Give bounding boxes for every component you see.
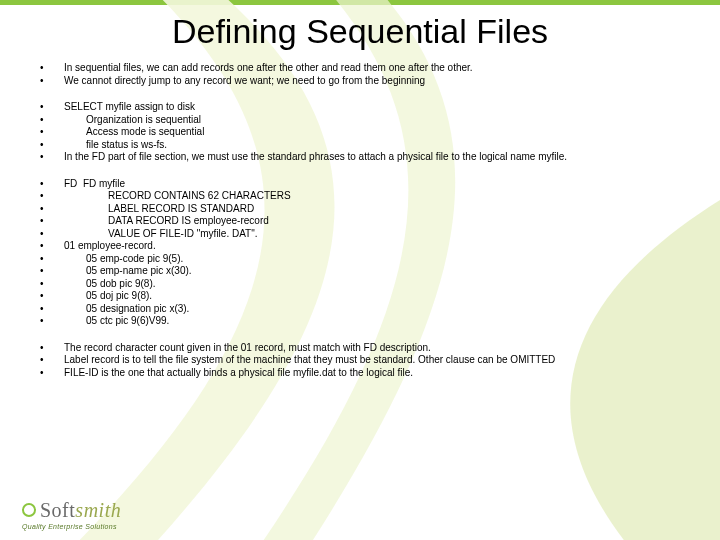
bullet-text: 05 ctc pic 9(6)V99.	[64, 315, 690, 328]
bullet-line: •Organization is sequential	[38, 114, 690, 127]
top-accent-bar	[0, 0, 720, 5]
bullet-line: •FD FD myfile	[38, 178, 690, 191]
bullet-line: •file status is ws-fs.	[38, 139, 690, 152]
bullet-line: •In the FD part of file section, we must…	[38, 151, 690, 164]
bullet-glyph: •	[38, 290, 64, 303]
logo-part-a: Soft	[40, 499, 75, 521]
bullet-glyph: •	[38, 253, 64, 266]
bullet-line: •Label record is to tell the file system…	[38, 354, 690, 367]
bullet-glyph: •	[38, 62, 64, 75]
bullet-line: •We cannot directly jump to any record w…	[38, 75, 690, 88]
bullet-text: We cannot directly jump to any record we…	[64, 75, 690, 88]
bullet-glyph: •	[38, 342, 64, 355]
bullet-text: FD FD myfile	[64, 178, 690, 191]
bullet-text: LABEL RECORD IS STANDARD	[64, 203, 690, 216]
bullet-line: •05 emp-name pic x(30).	[38, 265, 690, 278]
bullet-glyph: •	[38, 101, 64, 114]
slide-body: •In sequential files, we can add records…	[38, 62, 690, 393]
bullet-group: •In sequential files, we can add records…	[38, 62, 690, 87]
bullet-line: •SELECT myfile assign to disk	[38, 101, 690, 114]
logo-tagline: Quality Enterprise Solutions	[22, 523, 121, 530]
bullet-glyph: •	[38, 367, 64, 380]
bullet-glyph: •	[38, 126, 64, 139]
bullet-text: RECORD CONTAINS 62 CHARACTERS	[64, 190, 690, 203]
bullet-glyph: •	[38, 278, 64, 291]
bullet-text: Access mode is sequential	[64, 126, 690, 139]
bullet-line: •FILE-ID is the one that actually binds …	[38, 367, 690, 380]
bullet-glyph: •	[38, 139, 64, 152]
bullet-line: •DATA RECORD IS employee-record	[38, 215, 690, 228]
bullet-line: •RECORD CONTAINS 62 CHARACTERS	[38, 190, 690, 203]
logo-part-b: smith	[75, 499, 121, 521]
bullet-text: In the FD part of file section, we must …	[64, 151, 690, 164]
footer-logo: Softsmith Quality Enterprise Solutions	[22, 499, 121, 530]
bullet-line: •05 emp-code pic 9(5).	[38, 253, 690, 266]
logo-circle-icon	[22, 503, 36, 517]
bullet-glyph: •	[38, 228, 64, 241]
bullet-glyph: •	[38, 354, 64, 367]
bullet-glyph: •	[38, 151, 64, 164]
bullet-line: •VALUE OF FILE-ID "myfile. DAT".	[38, 228, 690, 241]
bullet-line: •05 doj pic 9(8).	[38, 290, 690, 303]
bullet-text: 05 emp-code pic 9(5).	[64, 253, 690, 266]
bullet-line: •05 ctc pic 9(6)V99.	[38, 315, 690, 328]
bullet-text: SELECT myfile assign to disk	[64, 101, 690, 114]
bullet-glyph: •	[38, 114, 64, 127]
bullet-line: •The record character count given in the…	[38, 342, 690, 355]
bullet-text: 05 dob pic 9(8).	[64, 278, 690, 291]
bullet-glyph: •	[38, 265, 64, 278]
bullet-text: VALUE OF FILE-ID "myfile. DAT".	[64, 228, 690, 241]
slide: Defining Sequential Files •In sequential…	[0, 0, 720, 540]
bullet-glyph: •	[38, 315, 64, 328]
bullet-line: •05 dob pic 9(8).	[38, 278, 690, 291]
bullet-text: Label record is to tell the file system …	[64, 354, 690, 367]
bullet-text: file status is ws-fs.	[64, 139, 690, 152]
bullet-line: •Access mode is sequential	[38, 126, 690, 139]
bullet-text: FILE-ID is the one that actually binds a…	[64, 367, 690, 380]
bullet-glyph: •	[38, 215, 64, 228]
bullet-text: DATA RECORD IS employee-record	[64, 215, 690, 228]
bullet-line: •05 designation pic x(3).	[38, 303, 690, 316]
bullet-group: •SELECT myfile assign to disk•Organizati…	[38, 101, 690, 164]
bullet-glyph: •	[38, 240, 64, 253]
bullet-group: •The record character count given in the…	[38, 342, 690, 380]
bullet-text: 01 employee-record.	[64, 240, 690, 253]
bullet-text: Organization is sequential	[64, 114, 690, 127]
bullet-text: The record character count given in the …	[64, 342, 690, 355]
bullet-line: •01 employee-record.	[38, 240, 690, 253]
bullet-text: 05 emp-name pic x(30).	[64, 265, 690, 278]
bullet-glyph: •	[38, 203, 64, 216]
bullet-line: •In sequential files, we can add records…	[38, 62, 690, 75]
bullet-glyph: •	[38, 190, 64, 203]
logo-text: Softsmith	[22, 499, 121, 522]
slide-title: Defining Sequential Files	[0, 12, 720, 51]
bullet-glyph: •	[38, 303, 64, 316]
bullet-text: In sequential files, we can add records …	[64, 62, 690, 75]
bullet-group: •FD FD myfile•RECORD CONTAINS 62 CHARACT…	[38, 178, 690, 328]
bullet-text: 05 doj pic 9(8).	[64, 290, 690, 303]
bullet-glyph: •	[38, 178, 64, 191]
bullet-glyph: •	[38, 75, 64, 88]
bullet-text: 05 designation pic x(3).	[64, 303, 690, 316]
bullet-line: •LABEL RECORD IS STANDARD	[38, 203, 690, 216]
